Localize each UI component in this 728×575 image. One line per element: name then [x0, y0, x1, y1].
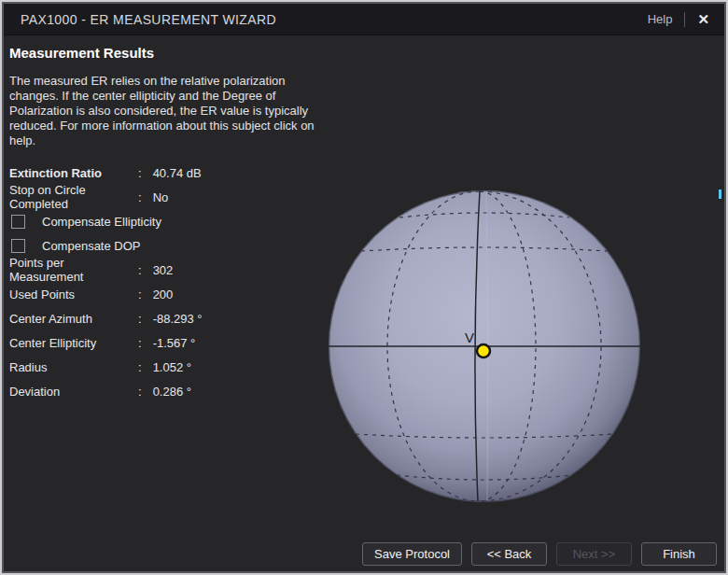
- field-value: 302: [153, 263, 174, 277]
- field-label: Stop on Circle Completed: [9, 183, 138, 211]
- field-value: 200: [153, 288, 174, 302]
- colon: :: [138, 190, 142, 204]
- description-text: The measured ER relies on the relative p…: [9, 74, 317, 148]
- field-value: -88.293 °: [153, 312, 203, 326]
- field-label: Points per Measurement: [9, 256, 138, 284]
- back-button[interactable]: << Back: [471, 542, 547, 566]
- poincare-sphere-canvas: V: [310, 172, 674, 536]
- field-label: Extinction Ratio: [9, 166, 138, 180]
- field-value: 40.74 dB: [153, 166, 202, 180]
- compensate-dop-checkbox[interactable]: [11, 239, 25, 253]
- field-label: Used Points: [9, 288, 138, 302]
- colon: :: [138, 385, 142, 399]
- page-title: Measurement Results: [9, 45, 364, 61]
- field-label: Center Ellipticity: [9, 336, 138, 350]
- titlebar-divider: [684, 12, 685, 27]
- colon: :: [138, 288, 142, 302]
- field-label: Center Azimuth: [9, 312, 138, 326]
- measurement-point: [477, 344, 490, 358]
- colon: :: [138, 166, 142, 180]
- colon: :: [138, 360, 142, 374]
- field-value: 0.286 °: [153, 385, 191, 399]
- poincare-sphere-view[interactable]: V: [310, 172, 674, 536]
- colon: :: [138, 312, 142, 326]
- window-title: PAX1000 - ER MEASUREMENT WIZARD: [21, 12, 644, 27]
- field-label: Radius: [9, 360, 138, 374]
- colon: :: [138, 263, 142, 277]
- finish-button[interactable]: Finish: [641, 542, 717, 566]
- checkbox-label: Compensate DOP: [42, 239, 141, 253]
- close-icon[interactable]: ✕: [693, 10, 713, 28]
- wizard-button-bar: Save Protocol << Back Next >> Finish: [362, 542, 717, 566]
- field-label: Deviation: [9, 385, 138, 399]
- wizard-window: PAX1000 - ER MEASUREMENT WIZARD Help ✕ M…: [0, 0, 728, 575]
- save-protocol-button[interactable]: Save Protocol: [362, 542, 462, 566]
- field-value: 1.052 °: [153, 360, 191, 374]
- help-link[interactable]: Help: [644, 10, 677, 28]
- scroll-indicator[interactable]: [719, 189, 721, 199]
- v-pole-label: V: [465, 330, 474, 345]
- colon: :: [138, 336, 142, 350]
- checkbox-label: Compensate Ellipticity: [42, 215, 161, 229]
- field-value: No: [153, 190, 169, 204]
- field-value: -1.567 °: [153, 336, 196, 350]
- titlebar: PAX1000 - ER MEASUREMENT WIZARD Help ✕: [4, 4, 724, 35]
- next-button[interactable]: Next >>: [556, 542, 632, 566]
- compensate-ellipticity-checkbox[interactable]: [11, 215, 25, 229]
